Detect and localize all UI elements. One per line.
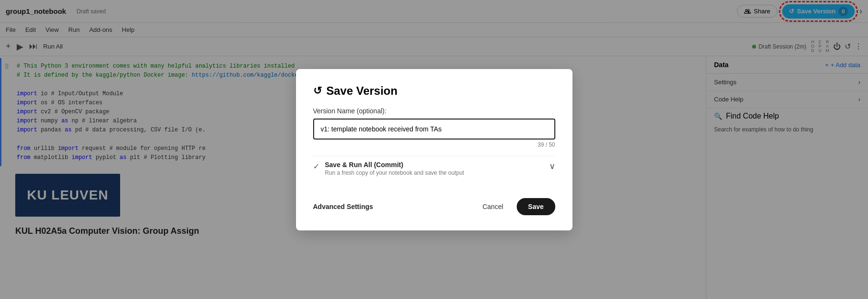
checkmark-icon: ✓ xyxy=(313,162,319,171)
version-name-label: Version Name (optional): xyxy=(313,107,555,115)
char-count: 39 / 50 xyxy=(313,141,555,148)
modal-clock-icon: ↺ xyxy=(313,85,322,97)
modal-footer: Advanced Settings Cancel Save xyxy=(313,192,555,215)
save-button[interactable]: Save xyxy=(517,198,555,215)
save-option-desc: Run a fresh copy of your notebook and sa… xyxy=(325,169,543,176)
save-option-chevron-icon[interactable]: ∨ xyxy=(549,161,555,171)
save-option-title: Save & Run All (Commit) xyxy=(325,161,543,169)
save-version-modal: ↺ Save Version Version Name (optional): … xyxy=(296,69,572,230)
version-name-input[interactable] xyxy=(313,119,555,140)
modal-actions: Cancel Save xyxy=(475,198,555,215)
modal-title: ↺ Save Version xyxy=(313,84,555,98)
save-option-content: Save & Run All (Commit) Run a fresh copy… xyxy=(325,161,543,176)
advanced-settings-button[interactable]: Advanced Settings xyxy=(313,203,373,210)
modal-overlay: ↺ Save Version Version Name (optional): … xyxy=(0,0,868,299)
modal-title-text: Save Version xyxy=(327,84,398,98)
cancel-button[interactable]: Cancel xyxy=(475,199,511,214)
save-option: ✓ Save & Run All (Commit) Run a fresh co… xyxy=(313,156,555,181)
